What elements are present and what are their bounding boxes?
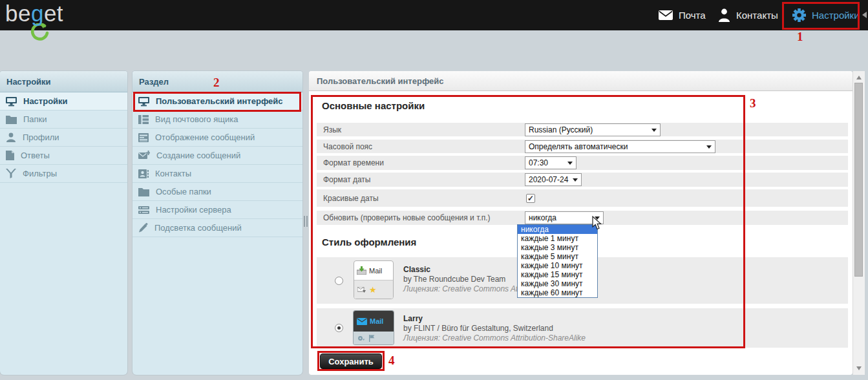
star-icon: ★ xyxy=(369,286,377,294)
skin-name: Classic xyxy=(403,265,430,274)
section-item-label: Вид почтового ящика xyxy=(155,114,238,124)
select-value: Russian (Русский) xyxy=(529,125,593,134)
dropdown-option[interactable]: каждые 3 минут xyxy=(518,243,597,252)
skin-author: by FLINT / Büro für Gestaltung, Switzerl… xyxy=(403,324,553,333)
mini-flag-icon xyxy=(369,335,375,342)
sidebar-item-identities[interactable]: Профили xyxy=(0,129,127,147)
skin-author: by The Roundcube Dev Team xyxy=(403,275,505,284)
classic-radio[interactable] xyxy=(335,277,343,285)
skin-name: Larry xyxy=(403,314,423,323)
message-display-icon xyxy=(138,133,149,142)
classic-thumbnail[interactable]: Mail ★ xyxy=(354,260,394,299)
folder-icon xyxy=(6,115,17,124)
annotation-number-2: 2 xyxy=(213,76,220,90)
larry-radio[interactable] xyxy=(335,324,343,332)
field-label: Красивые даты xyxy=(323,194,379,203)
time-format-select[interactable]: 07:30 xyxy=(525,156,577,169)
monitor-icon xyxy=(6,96,17,107)
section-item-special-folders[interactable]: Особые папки xyxy=(132,183,302,201)
monitor-icon xyxy=(138,96,149,107)
section-item-message-display[interactable]: Отображение сообщений xyxy=(132,129,302,147)
section-item-label: Отображение сообщений xyxy=(155,132,255,142)
section-item-ui[interactable]: Пользовательский интерфейс xyxy=(132,92,302,111)
mini-gear-icon xyxy=(357,335,365,342)
compose-icon xyxy=(138,151,150,160)
nav-mail[interactable]: Почта xyxy=(659,0,706,30)
save-button[interactable]: Сохранить xyxy=(320,354,382,369)
check-icon: ✓ xyxy=(527,194,534,203)
annotation-number-3: 3 xyxy=(750,96,756,111)
nav-contacts[interactable]: Контакты xyxy=(718,0,778,30)
sidebar-item-label: Ответы xyxy=(21,151,50,160)
vertical-scrollbar[interactable] xyxy=(852,71,865,375)
scrollbar-thumb[interactable] xyxy=(854,83,863,277)
section-item-highlight[interactable]: Подсветка сообщений xyxy=(132,219,302,237)
user-icon xyxy=(6,132,16,142)
dropdown-option[interactable]: никогда xyxy=(518,225,597,234)
mail-icon xyxy=(659,10,673,20)
mini-envelope-icon xyxy=(357,318,367,325)
mini-envelope-icon xyxy=(357,287,366,293)
logo-text: be xyxy=(5,1,31,26)
larry-thumbnail[interactable]: Mail xyxy=(354,311,394,344)
contact-card-icon xyxy=(138,169,149,178)
language-select[interactable]: Russian (Русский) xyxy=(525,123,661,136)
nav-contacts-label: Контакты xyxy=(736,10,778,21)
filter-icon xyxy=(6,169,16,178)
field-label: Часовой пояс xyxy=(323,142,372,151)
server-icon xyxy=(138,206,149,215)
sidebar-item-settings[interactable]: Настройки xyxy=(0,92,127,111)
inbox-icon xyxy=(357,266,366,275)
roundcube-settings-screen: beget Почта Контакты Настройки xyxy=(0,0,868,380)
main-panel-title: Пользовательский интерфейс xyxy=(309,71,852,91)
chevron-down-icon xyxy=(567,162,573,165)
section-item-compose[interactable]: Создание сообщений xyxy=(132,147,302,165)
select-value: Определять автоматически xyxy=(529,142,628,151)
pretty-dates-checkbox[interactable]: ✓ xyxy=(526,194,535,203)
skin-heading: Стиль оформления xyxy=(322,237,416,248)
section-item-label: Пользовательский интерфейс xyxy=(156,96,283,106)
timezone-select[interactable]: Определять автоматически xyxy=(525,140,715,153)
section-list: Раздел Пользовательский интерфейс Вид по… xyxy=(132,71,302,375)
dropdown-option[interactable]: каждые 15 минут xyxy=(518,270,597,279)
field-row-refresh: Обновить (проверить новые сообщения и т.… xyxy=(317,211,848,225)
sidebar-item-folders[interactable]: Папки xyxy=(0,111,127,129)
nav-settings[interactable]: Настройки xyxy=(792,0,860,30)
sidebar-item-filters[interactable]: Фильтры xyxy=(0,165,127,183)
skin-license: Лицензия: Creative Commons Attribution-S… xyxy=(403,333,586,343)
dropdown-option[interactable]: каждые 5 минут xyxy=(518,252,597,261)
panel-splitter[interactable] xyxy=(304,216,309,227)
scroll-down-icon[interactable] xyxy=(856,366,862,370)
dropdown-option[interactable]: каждые 30 минут xyxy=(518,279,597,288)
field-label: Формат времени xyxy=(323,158,384,167)
main-panel: Пользовательский интерфейс Основные наст… xyxy=(309,71,852,375)
thumb-mail-label: Mail xyxy=(370,317,383,325)
collapse-arrow-icon[interactable] xyxy=(862,12,867,18)
gear-icon xyxy=(792,8,806,22)
section-item-mailbox-view[interactable]: Вид почтового ящика xyxy=(132,111,302,129)
chevron-down-icon xyxy=(651,129,657,132)
scroll-up-icon[interactable] xyxy=(856,76,862,79)
section-item-contacts[interactable]: Контакты xyxy=(132,165,302,183)
settings-sidebar: Настройки Настройки Папки Профили Ответы… xyxy=(0,71,127,375)
beget-logo[interactable]: beget xyxy=(5,1,63,26)
sidebar-item-label: Фильтры xyxy=(23,169,57,178)
skin-option-larry: Mail Larry by FLINT / Büro für Gestaltun… xyxy=(317,308,848,348)
dropdown-option[interactable]: каждые 10 минут xyxy=(518,261,597,270)
dropdown-option[interactable]: каждые 1 минут xyxy=(518,234,597,243)
field-row-pretty-dates: Красивые даты ✓ xyxy=(317,189,848,207)
annotation-number-1: 1 xyxy=(797,30,803,44)
chevron-down-icon xyxy=(706,145,712,149)
pencil-icon xyxy=(138,223,148,233)
section-item-server-settings[interactable]: Настройки сервера xyxy=(132,201,302,219)
thumb-mail-label: Mail xyxy=(369,267,382,275)
dropdown-option[interactable]: каждые 60 минут xyxy=(518,288,597,297)
sidebar-item-responses[interactable]: Ответы xyxy=(0,147,127,165)
sidebar-title: Настройки xyxy=(0,71,127,92)
select-value: никогда xyxy=(529,213,556,222)
field-row-date-format: Формат даты 2020-07-24 xyxy=(317,173,848,187)
section-item-label: Создание сообщений xyxy=(156,151,240,160)
select-value: 2020-07-24 xyxy=(529,175,568,184)
date-format-select[interactable]: 2020-07-24 xyxy=(525,173,582,186)
nav-mail-label: Почта xyxy=(679,10,706,21)
